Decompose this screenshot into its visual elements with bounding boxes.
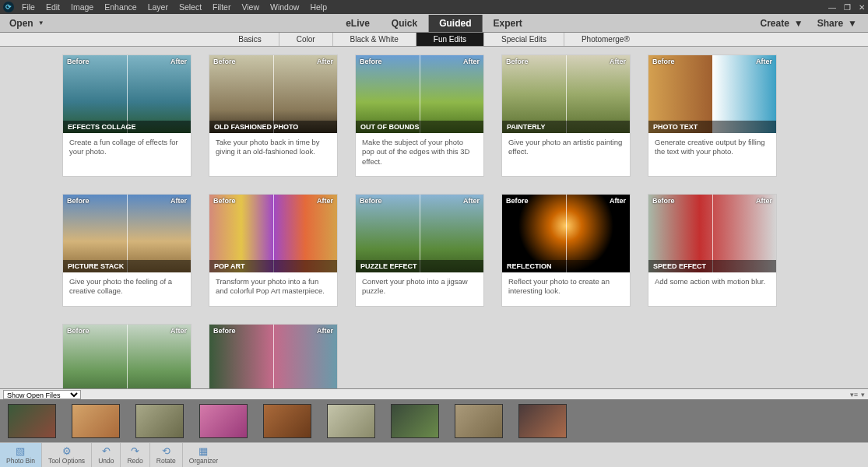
after-label: After [170,58,187,65]
photo-bin [0,399,868,442]
tab-expert[interactable]: Expert [483,15,533,32]
menu-edit[interactable]: Edit [46,2,60,12]
subtab-basics[interactable]: Basics [221,33,279,46]
menu-select[interactable]: Select [179,2,202,12]
before-label: Before [67,197,90,205]
redo-button[interactable]: ↷ Redo [121,443,149,467]
card-title: PAINTERLY [502,121,630,133]
content-area: Before After EFFECTS COLLAGE Create a fu… [0,47,868,388]
bin-header-right: ▾≡ ▾ [850,391,865,399]
photo-bin-button[interactable]: ▧ Photo Bin [0,443,42,467]
card-title: PHOTO TEXT [648,121,776,133]
subtab-fun-edits[interactable]: Fun Edits [416,33,484,46]
before-label: Before [360,197,382,205]
before-after-divider [273,325,274,388]
subtab-photomerge[interactable]: Photomerge® [564,33,647,46]
card-thumbnail: Before After EFFECTS COLLAGE [63,55,191,133]
tool-options-label: Tool Options [48,457,85,465]
menu-view[interactable]: View [241,2,259,12]
rotate-button[interactable]: ⟲ Rotate [150,443,183,467]
tool-options-button[interactable]: ⚙ Tool Options [42,443,92,467]
open-button[interactable]: Open ▼ [0,18,54,29]
menu-filter[interactable]: Filter [213,2,230,12]
card-thumbnail: Before After PAINTERLY [502,55,630,133]
bin-thumb[interactable] [455,404,503,438]
menu-enhance[interactable]: Enhance [104,2,136,12]
tab-guided[interactable]: Guided [428,15,482,32]
menu-help[interactable]: Help [310,2,327,12]
menu-window[interactable]: Window [270,2,299,12]
effect-card[interactable]: Before After [209,324,338,388]
card-thumbnail: Before After OLD FASHIONED PHOTO [209,55,337,133]
caret-down-icon: ▼ [794,18,803,29]
effect-card[interactable]: Before After PAINTERLY Give your photo a… [501,54,631,177]
effect-card[interactable]: Before After [62,324,192,388]
bin-thumb[interactable] [263,404,311,438]
bin-thumb[interactable] [327,404,375,438]
bin-thumb[interactable] [391,404,439,438]
subtab-special[interactable]: Special Edits [484,33,564,46]
card-thumbnail: Before After SPEED EFFECT [648,195,776,272]
rotate-label: Rotate [156,457,176,465]
bin-thumb[interactable] [8,404,56,438]
subtab-color[interactable]: Color [279,33,333,46]
menu-layer[interactable]: Layer [148,2,168,12]
subtab-bw[interactable]: Black & White [333,33,416,46]
after-label: After [317,58,333,65]
bin-thumb[interactable] [518,404,567,438]
caret-down-icon: ▼ [38,19,44,26]
card-description: Give your photo the feeling of a creativ… [63,272,191,306]
app-logo-icon: ⟳ [3,2,14,12]
tab-quick[interactable]: Quick [381,15,428,32]
effect-card[interactable]: Before After OUT OF BOUNDS Make the subj… [355,54,484,177]
create-button[interactable]: Create▼ [761,18,803,29]
tab-elive[interactable]: eLive [335,15,381,32]
after-label: After [463,197,480,205]
effect-card[interactable]: Before After POP ART Transform your phot… [209,194,338,307]
undo-label: Undo [98,457,114,465]
close-icon[interactable]: ✕ [859,3,865,12]
card-thumbnail: Before After REFLECTION [502,195,630,272]
card-title: POP ART [209,260,337,272]
effect-card[interactable]: Before After PUZZLE EFFECT Convert your … [355,194,484,307]
card-grid: Before After EFFECTS COLLAGE Create a fu… [0,54,868,388]
bin-thumb[interactable] [199,404,248,438]
card-title: EFFECTS COLLAGE [63,121,191,133]
title-bar: ⟳ File Edit Image Enhance Layer Select F… [0,0,868,14]
bin-select[interactable]: Show Open Files [3,390,81,399]
minimize-icon[interactable]: — [828,3,836,12]
card-thumbnail: Before After [209,325,337,388]
effect-card[interactable]: Before After EFFECTS COLLAGE Create a fu… [62,54,192,177]
undo-button[interactable]: ↶ Undo [92,443,121,467]
menu-image[interactable]: Image [71,2,93,12]
bin-thumb[interactable] [72,404,120,438]
effect-card[interactable]: Before After REFLECTION Reflect your pho… [501,194,631,307]
after-label: After [170,327,187,335]
before-label: Before [506,197,529,205]
card-thumbnail: Before After OUT OF BOUNDS [356,55,483,133]
card-description: Add some action with motion blur. [648,272,776,297]
before-label: Before [213,58,236,65]
after-label: After [317,327,333,335]
card-description: Give your photo an artistic painting eff… [502,133,630,167]
before-label: Before [506,58,529,65]
menu-file[interactable]: File [22,2,35,12]
mode-tabs: eLive Quick Guided Expert [335,15,533,32]
bin-thumb[interactable] [135,404,184,438]
bin-collapse-icon[interactable]: ▾ [861,391,865,399]
share-button[interactable]: Share▼ [817,18,857,29]
card-thumbnail: Before After PICTURE STACK [63,195,191,272]
effect-card[interactable]: Before After SPEED EFFECT Add some actio… [648,194,777,307]
card-title: PICTURE STACK [63,260,191,272]
organizer-icon: ▦ [197,445,209,456]
before-label: Before [213,327,236,335]
card-description: Make the subject of your photo pop out o… [356,133,483,176]
maximize-icon[interactable]: ❐ [844,3,851,12]
effect-card[interactable]: Before After PICTURE STACK Give your pho… [62,194,192,307]
caret-down-icon: ▼ [848,18,857,29]
effect-card[interactable]: Before After OLD FASHIONED PHOTO Take yo… [209,54,338,177]
organizer-button[interactable]: ▦ Organizer [183,443,224,467]
organizer-label: Organizer [189,457,218,465]
bin-menu-icon[interactable]: ▾≡ [850,391,858,399]
effect-card[interactable]: Before After PHOTO TEXT Generate creativ… [648,54,777,177]
